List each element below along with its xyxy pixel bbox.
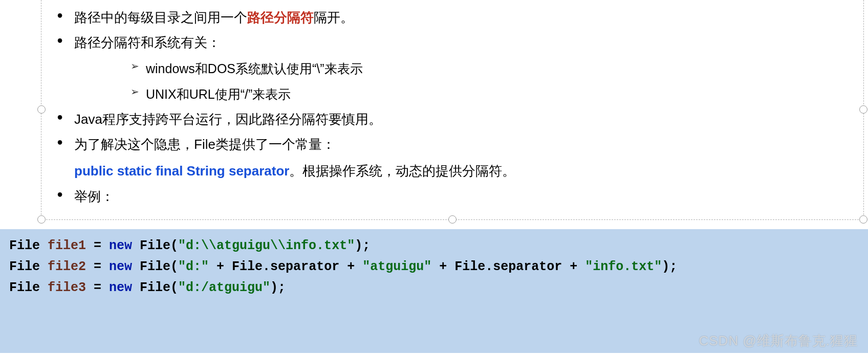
- resize-handle[interactable]: [859, 215, 867, 224]
- bullet-text: 路径分隔符和系统有关：: [74, 35, 221, 50]
- code-text: + File.separator +: [209, 259, 362, 274]
- constant-line: public static final String separator。根据操…: [47, 158, 843, 184]
- code-variable: file2: [48, 259, 86, 274]
- code-string: "d:\\atguigu\\info.txt": [178, 238, 355, 253]
- code-keyword: new: [109, 259, 132, 274]
- resize-handle[interactable]: [37, 105, 46, 114]
- sub-bullet-text: UNIX和URL使用“/”来表示: [146, 87, 291, 101]
- code-text: + File.separator +: [431, 259, 585, 274]
- bullet-item: 路径中的每级目录之间用一个路径分隔符隔开。: [57, 5, 843, 30]
- code-variable: file1: [48, 238, 86, 253]
- constant-desc: 。根据操作系统，动态的提供分隔符。: [289, 163, 515, 179]
- code-string: "d:/atguigu": [178, 280, 270, 295]
- code-type: File: [9, 280, 48, 295]
- code-text: );: [662, 259, 677, 274]
- code-text: =: [86, 280, 109, 295]
- bullet-text: 路径中的每级目录之间用一个: [74, 10, 247, 25]
- bullet-item: 为了解决这个隐患，File类提供了一个常量：: [57, 132, 843, 157]
- sub-bullet-text: windows和DOS系统默认使用“\”来表示: [146, 61, 363, 76]
- code-type: File: [9, 259, 48, 274]
- code-string: "d:": [178, 259, 209, 274]
- code-string: "atguigu": [362, 259, 431, 274]
- code-string: "info.txt": [585, 259, 662, 274]
- code-variable: file3: [48, 280, 86, 295]
- code-text: File(: [132, 259, 178, 274]
- resize-handle[interactable]: [859, 105, 867, 114]
- code-text: );: [355, 238, 370, 253]
- code-keyword: new: [109, 238, 132, 253]
- highlight-term: 路径分隔符: [247, 10, 314, 25]
- watermark: CSDN @维斯布鲁克.猩猩: [699, 330, 858, 352]
- bullet-item: 举例：: [57, 184, 843, 209]
- bullet-list: 路径中的每级目录之间用一个路径分隔符隔开。 路径分隔符和系统有关： window…: [47, 5, 843, 158]
- bullet-item: Java程序支持跨平台运行，因此路径分隔符要慎用。: [57, 107, 843, 132]
- code-type: File: [9, 238, 48, 253]
- resize-handle[interactable]: [37, 215, 46, 224]
- code-keyword: new: [109, 280, 132, 295]
- code-text: =: [86, 259, 109, 274]
- bullet-text: 为了解决这个隐患，File类提供了一个常量：: [74, 137, 335, 152]
- code-text: File(: [132, 280, 178, 295]
- bullet-text: Java程序支持跨平台运行，因此路径分隔符要慎用。: [74, 112, 382, 127]
- code-text: =: [86, 238, 109, 253]
- code-text: File(: [132, 238, 178, 253]
- java-constant: public static final String separator: [74, 163, 289, 179]
- code-example: File file1 = new File("d:\\atguigu\\info…: [0, 229, 868, 353]
- bullet-item: 路径分隔符和系统有关： windows和DOS系统默认使用“\”来表示 UNIX…: [57, 30, 843, 106]
- text-frame[interactable]: 路径中的每级目录之间用一个路径分隔符隔开。 路径分隔符和系统有关： window…: [41, 0, 864, 220]
- resize-handle[interactable]: [448, 215, 457, 224]
- bullet-list: 举例：: [47, 184, 843, 209]
- sub-bullet-list: windows和DOS系统默认使用“\”来表示 UNIX和URL使用“/”来表示: [74, 56, 843, 107]
- sub-bullet-item: UNIX和URL使用“/”来表示: [131, 81, 843, 107]
- bullet-text: 隔开。: [314, 10, 354, 25]
- code-text: );: [270, 280, 286, 295]
- sub-bullet-item: windows和DOS系统默认使用“\”来表示: [131, 56, 843, 81]
- bullet-text: 举例：: [74, 189, 114, 204]
- slide-content: 路径中的每级目录之间用一个路径分隔符隔开。 路径分隔符和系统有关： window…: [0, 0, 868, 355]
